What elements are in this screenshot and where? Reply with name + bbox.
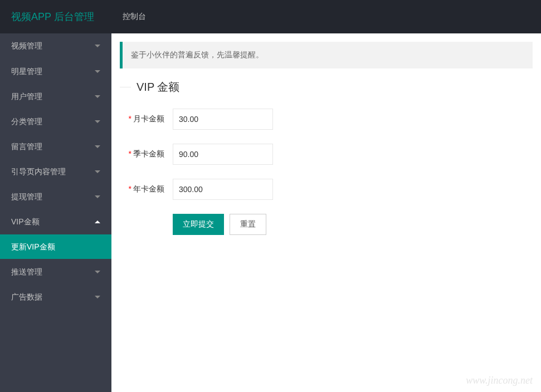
app-logo: 视频APP 后台管理 bbox=[11, 10, 111, 23]
sidebar-item-label: 分类管理 bbox=[11, 109, 42, 134]
form-legend: VIP 金额 bbox=[120, 80, 533, 95]
vip-form: VIP 金额 *月卡金额 *季卡金额 *年卡金额 bbox=[120, 80, 533, 235]
required-mark: * bbox=[129, 184, 131, 193]
sidebar-item-label: 提现管理 bbox=[11, 184, 42, 209]
sidebar-item-ad[interactable]: 广告数据 bbox=[0, 284, 111, 309]
sidebar-item-push[interactable]: 推送管理 bbox=[0, 259, 111, 284]
sidebar-item-vip[interactable]: VIP金额 bbox=[0, 209, 111, 234]
chevron-down-icon bbox=[95, 120, 100, 123]
legend-line-icon bbox=[120, 87, 131, 87]
quarterly-label: *季卡金额 bbox=[120, 149, 173, 159]
watermark: www.jincong.net bbox=[466, 375, 533, 386]
sidebar-item-label: 视频管理 bbox=[11, 33, 42, 58]
yearly-input[interactable] bbox=[173, 179, 273, 200]
header: 视频APP 后台管理 控制台 bbox=[0, 0, 541, 33]
sidebar-item-label: 留言管理 bbox=[11, 134, 42, 159]
chevron-up-icon bbox=[95, 220, 100, 223]
sidebar-item-video[interactable]: 视频管理 bbox=[0, 33, 111, 58]
reset-button[interactable]: 重置 bbox=[230, 214, 266, 235]
submit-button[interactable]: 立即提交 bbox=[173, 214, 224, 235]
chevron-down-icon bbox=[95, 70, 100, 73]
sidebar-item-label: 明星管理 bbox=[11, 59, 42, 84]
sidebar-item-star[interactable]: 明星管理 bbox=[0, 58, 111, 84]
main-content: 鉴于小伙伴的普遍反馈，先温馨提醒。 VIP 金额 *月卡金额 *季卡金额 bbox=[111, 33, 541, 392]
chevron-down-icon bbox=[95, 95, 100, 98]
notice-banner: 鉴于小伙伴的普遍反馈，先温馨提醒。 bbox=[120, 42, 533, 68]
sidebar-item-label: 引导页内容管理 bbox=[11, 159, 66, 184]
sidebar-item-label: VIP金额 bbox=[11, 209, 40, 234]
form-item-yearly: *年卡金额 bbox=[120, 179, 533, 200]
form-item-monthly: *月卡金额 bbox=[120, 109, 533, 130]
sidebar-item-message[interactable]: 留言管理 bbox=[0, 134, 111, 159]
chevron-down-icon bbox=[95, 271, 100, 273]
sidebar-item-category[interactable]: 分类管理 bbox=[0, 109, 111, 134]
sidebar-item-label: 推送管理 bbox=[11, 259, 42, 285]
yearly-label: *年卡金额 bbox=[120, 184, 173, 194]
form-buttons: 立即提交 重置 bbox=[173, 214, 533, 235]
nav-console[interactable]: 控制台 bbox=[111, 12, 157, 22]
monthly-label: *月卡金额 bbox=[120, 114, 173, 124]
sidebar-item-label: 用户管理 bbox=[11, 84, 42, 109]
sidebar-item-user[interactable]: 用户管理 bbox=[0, 84, 111, 109]
monthly-input[interactable] bbox=[173, 109, 273, 130]
sidebar-item-label: 更新VIP金额 bbox=[11, 234, 55, 259]
chevron-down-icon bbox=[95, 195, 100, 198]
chevron-down-icon bbox=[95, 145, 100, 148]
sidebar: 视频管理 明星管理 用户管理 分类管理 留言管理 引导页内容管理 提现管理 V bbox=[0, 33, 111, 392]
sidebar-item-withdraw[interactable]: 提现管理 bbox=[0, 184, 111, 209]
form-item-quarterly: *季卡金额 bbox=[120, 144, 533, 165]
chevron-down-icon bbox=[95, 296, 100, 298]
chevron-down-icon bbox=[95, 170, 100, 173]
required-mark: * bbox=[129, 114, 131, 123]
sidebar-item-label: 广告数据 bbox=[11, 285, 42, 310]
chevron-down-icon bbox=[95, 45, 100, 47]
sidebar-item-guide[interactable]: 引导页内容管理 bbox=[0, 159, 111, 184]
quarterly-input[interactable] bbox=[173, 144, 273, 165]
required-mark: * bbox=[129, 149, 131, 158]
legend-text: VIP 金额 bbox=[137, 80, 179, 95]
sidebar-subitem-update-vip[interactable]: 更新VIP金额 bbox=[0, 234, 111, 259]
